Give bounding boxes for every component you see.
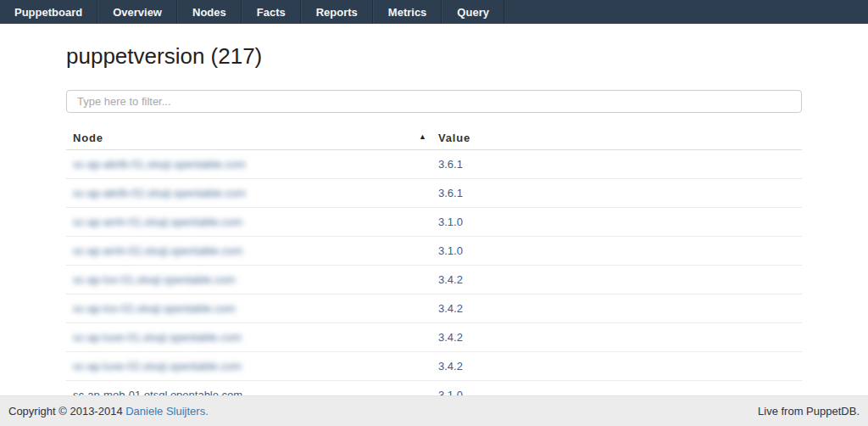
table-row: sc-ap-amh-01.otsql.opentable.com3.1.0 — [66, 208, 802, 237]
table-header-row: Node ▲ Value — [66, 126, 802, 150]
node-link[interactable]: sc-ap-lox-01.otsql.opentable.com — [73, 273, 236, 286]
page-title: puppetversion (217) — [66, 42, 802, 70]
sort-asc-icon: ▲ — [419, 132, 426, 141]
table-row: sc-ap-luxe-01.otsql.opentable.com3.4.2 — [66, 323, 802, 352]
value-cell: 3.6.1 — [431, 150, 802, 179]
footer: Copyright © 2013-2014 Daniele Sluijters.… — [0, 395, 868, 426]
table-row: sc-ap-lox-01.otsql.opentable.com3.4.2 — [66, 266, 802, 294]
node-cell: sc-ap-lox-01.otsql.opentable.com — [66, 266, 431, 294]
footer-copyright-text: Copyright © 2013-2014 — [8, 405, 125, 418]
navbar-item-query[interactable]: Query — [442, 0, 504, 24]
fact-table: Node ▲ Value sc-ap-abrlb-01.otsql.openta… — [66, 126, 802, 410]
node-cell: sc-ap-amh-01.otsql.opentable.com — [66, 208, 431, 237]
value-link[interactable]: 3.4.2 — [438, 273, 463, 286]
value-link[interactable]: 3.1.0 — [438, 216, 463, 228]
node-cell: sc-ap-amh-02.otsql.opentable.com — [66, 237, 431, 266]
value-link[interactable]: 3.6.1 — [438, 158, 463, 171]
navbar-item-overview[interactable]: Overview — [97, 0, 177, 24]
value-link[interactable]: 3.1.0 — [438, 244, 463, 257]
node-link[interactable]: sc-ap-abrlb-02.otsql.opentable.com — [73, 187, 246, 199]
main-content: puppetversion (217) Node ▲ Value sc-ap-a… — [66, 42, 802, 410]
node-cell: sc-ap-luxe-01.otsql.opentable.com — [66, 323, 431, 352]
value-cell: 3.4.2 — [431, 352, 802, 381]
footer-author-link[interactable]: Daniele Sluijters. — [125, 405, 209, 418]
navbar-item-reports[interactable]: Reports — [301, 0, 373, 24]
navbar-item-facts[interactable]: Facts — [242, 0, 301, 24]
column-header-value[interactable]: Value — [431, 126, 802, 150]
value-link[interactable]: 3.4.2 — [438, 331, 463, 344]
navbar-item-nodes[interactable]: Nodes — [177, 0, 242, 24]
column-header-value-label: Value — [438, 132, 470, 144]
table-row: sc-ap-abrlb-02.otsql.opentable.com3.6.1 — [66, 179, 802, 208]
value-cell: 3.6.1 — [431, 179, 802, 208]
navbar-item-metrics[interactable]: Metrics — [373, 0, 442, 24]
footer-status: Live from PuppetDB. — [758, 405, 860, 418]
fact-table-body: sc-ap-abrlb-01.otsql.opentable.com3.6.1s… — [66, 150, 802, 410]
value-link[interactable]: 3.4.2 — [438, 360, 463, 373]
value-cell: 3.4.2 — [431, 323, 802, 352]
value-cell: 3.4.2 — [431, 266, 802, 294]
value-link[interactable]: 3.4.2 — [438, 302, 463, 315]
value-cell: 3.1.0 — [431, 237, 802, 266]
node-link[interactable]: sc-ap-luxe-01.otsql.opentable.com — [73, 331, 242, 344]
value-cell: 3.1.0 — [431, 208, 802, 237]
node-link[interactable]: sc-ap-luxe-02.otsql.opentable.com — [73, 360, 242, 373]
top-navbar: Puppetboard OverviewNodesFactsReportsMet… — [0, 0, 868, 24]
column-header-node[interactable]: Node ▲ — [66, 126, 431, 150]
value-link[interactable]: 3.6.1 — [438, 187, 463, 199]
node-cell: sc-ap-abrlb-02.otsql.opentable.com — [66, 179, 431, 208]
node-link[interactable]: sc-ap-lox-02.otsql.opentable.com — [73, 302, 236, 315]
node-cell: sc-ap-lox-02.otsql.opentable.com — [66, 294, 431, 323]
navbar-brand[interactable]: Puppetboard — [0, 0, 97, 24]
footer-copyright: Copyright © 2013-2014 Daniele Sluijters. — [8, 405, 209, 418]
node-cell: sc-ap-abrlb-01.otsql.opentable.com — [66, 150, 431, 179]
table-row: sc-ap-amh-02.otsql.opentable.com3.1.0 — [66, 237, 802, 266]
value-cell: 3.4.2 — [431, 294, 802, 323]
filter-input[interactable] — [66, 90, 802, 113]
node-link[interactable]: sc-ap-abrlb-01.otsql.opentable.com — [73, 158, 246, 171]
node-cell: sc-ap-luxe-02.otsql.opentable.com — [66, 352, 431, 381]
node-link[interactable]: sc-ap-amh-02.otsql.opentable.com — [73, 244, 242, 257]
table-row: sc-ap-abrlb-01.otsql.opentable.com3.6.1 — [66, 150, 802, 179]
column-header-node-label: Node — [73, 132, 103, 144]
table-row: sc-ap-lox-02.otsql.opentable.com3.4.2 — [66, 294, 802, 323]
node-link[interactable]: sc-ap-amh-01.otsql.opentable.com — [73, 216, 242, 228]
table-row: sc-ap-luxe-02.otsql.opentable.com3.4.2 — [66, 352, 802, 381]
